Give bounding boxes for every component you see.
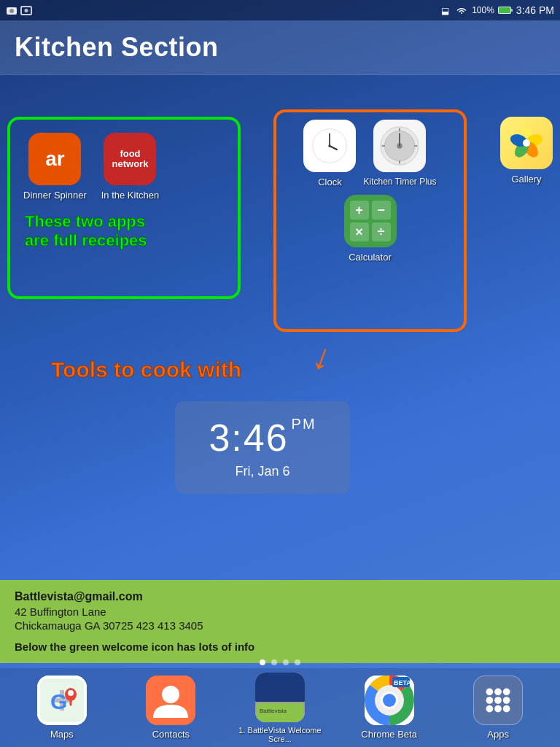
recipe-box: ar Dinner Spinner foodnetwork In the Kit…	[7, 117, 241, 299]
svg-rect-34	[255, 673, 305, 702]
gallery-app-icon	[500, 117, 553, 169]
apps-icon	[473, 676, 523, 725]
svg-point-40	[383, 694, 396, 707]
page-title: Kitchen Section	[15, 32, 545, 63]
info-bar: Battlevista@gmail.com 42 Buffington Lane…	[0, 580, 560, 663]
maps-label: Maps	[50, 729, 74, 740]
svg-point-45	[494, 689, 502, 696]
svg-text:⬓: ⬓	[441, 6, 449, 15]
status-time: 3:46 PM	[516, 4, 554, 16]
app-dinner-spinner[interactable]: ar Dinner Spinner	[23, 133, 87, 201]
bluetooth-icon: ⬓	[440, 5, 451, 15]
svg-point-30	[68, 690, 74, 696]
dock: G Maps Contacts	[0, 668, 560, 747]
calculator-icon: + − × ÷	[344, 195, 397, 247]
battery-percent: 100%	[472, 5, 494, 15]
battlevista-icon: Battlevista	[255, 673, 305, 722]
clock-app-icon	[303, 120, 356, 172]
clock-label: Clock	[318, 177, 342, 187]
dinner-spinner-label: Dinner Spinner	[23, 190, 87, 201]
page-dots	[0, 657, 560, 668]
info-email: Battlevista@gmail.com	[15, 590, 545, 603]
info-address: 42 Buffington Lane	[15, 605, 545, 618]
app-gallery[interactable]: Gallery	[500, 117, 553, 185]
calculator-label: Calculator	[349, 252, 392, 263]
dinner-spinner-icon: ar	[28, 133, 81, 185]
tools-arrow: ↓	[307, 333, 338, 379]
svg-point-11	[329, 144, 331, 147]
timer-dial-svg	[379, 125, 420, 166]
clock-face-svg	[311, 128, 348, 164]
svg-point-3	[25, 9, 28, 12]
svg-point-32	[162, 686, 179, 703]
maps-icon: G	[37, 676, 87, 725]
contacts-svg	[146, 676, 195, 725]
kitchen-timer-label: Kitchen Timer Plus	[363, 177, 436, 187]
dot-3[interactable]	[283, 659, 289, 665]
battlevista-label: 1. BattleVista Welcome Scre...	[236, 726, 324, 743]
info-city: Chickamauga GA 30725 423 413 3405	[15, 619, 545, 632]
svg-point-52	[503, 705, 510, 713]
svg-point-50	[486, 705, 494, 713]
battlevista-svg: Battlevista	[255, 673, 305, 722]
apps-svg	[474, 676, 522, 725]
svg-text:BETA: BETA	[394, 679, 411, 686]
contacts-label: Contacts	[152, 729, 190, 740]
app-in-the-kitchen[interactable]: foodnetwork In the Kitchen	[101, 133, 160, 201]
svg-rect-7	[511, 9, 513, 12]
gallery-flower-svg	[508, 125, 545, 161]
dot-4[interactable]	[295, 659, 300, 665]
apps-label: Apps	[487, 729, 509, 740]
status-bar: ⬓ 100% 3:46 PM	[0, 0, 560, 20]
svg-point-44	[486, 689, 494, 696]
contacts-icon	[146, 676, 195, 725]
chrome-beta-label: Chrome Beta	[361, 729, 417, 740]
dock-chrome-beta[interactable]: BETA Chrome Beta	[346, 676, 433, 740]
battery-icon	[497, 5, 513, 15]
recipe-box-text: These two appsare full receipes	[18, 206, 230, 257]
svg-point-49	[503, 697, 510, 704]
clock-widget-date: Fri, Jan 6	[190, 464, 335, 479]
chrome-svg: BETA	[365, 676, 414, 725]
status-left-icons	[6, 5, 32, 15]
dock-maps[interactable]: G Maps	[18, 676, 106, 740]
maps-svg: G	[37, 676, 87, 725]
app-calculator[interactable]: + − × ÷ Calculator	[284, 195, 456, 263]
svg-text:G: G	[50, 689, 67, 713]
info-note: Below the green welcome icon has lots of…	[15, 640, 545, 653]
status-right-icons: ⬓ 100% 3:46 PM	[440, 4, 554, 16]
tools-label: Tools to cook with	[51, 357, 241, 382]
camera-icon	[6, 5, 18, 15]
main-content: ar Dinner Spinner foodnetwork In the Kit…	[0, 95, 560, 747]
tools-box: Clock Kitchen Timer Plus	[273, 109, 467, 332]
svg-point-47	[486, 697, 494, 704]
recipe-apps-row: ar Dinner Spinner foodnetwork In the Kit…	[18, 127, 230, 206]
dock-contacts[interactable]: Contacts	[127, 676, 214, 740]
dock-battlevista[interactable]: Battlevista 1. BattleVista Welcome Scre.…	[236, 673, 324, 743]
svg-text:Battlevista: Battlevista	[260, 708, 287, 714]
chrome-beta-icon: BETA	[365, 676, 414, 725]
screenshot-icon	[20, 5, 32, 15]
svg-point-46	[503, 689, 510, 696]
gallery-label: Gallery	[511, 174, 541, 185]
dot-2[interactable]	[271, 659, 277, 665]
svg-point-25	[523, 139, 530, 147]
svg-point-48	[494, 697, 502, 704]
svg-point-1	[9, 9, 14, 13]
food-network-label: In the Kitchen	[101, 190, 160, 201]
kitchen-timer-icon	[373, 120, 426, 172]
svg-rect-6	[499, 7, 510, 13]
dot-1[interactable]	[260, 659, 265, 665]
header: Kitchen Section	[0, 20, 560, 75]
app-kitchen-timer[interactable]: Kitchen Timer Plus	[363, 120, 436, 187]
clock-widget-time: 3:46PM	[190, 416, 335, 460]
food-network-icon: foodnetwork	[104, 133, 156, 185]
svg-point-51	[494, 705, 502, 713]
wifi-icon	[454, 5, 469, 15]
app-clock[interactable]: Clock	[303, 120, 356, 187]
clock-widget: 3:46PM Fri, Jan 6	[175, 401, 350, 494]
dock-apps[interactable]: Apps	[454, 676, 542, 740]
